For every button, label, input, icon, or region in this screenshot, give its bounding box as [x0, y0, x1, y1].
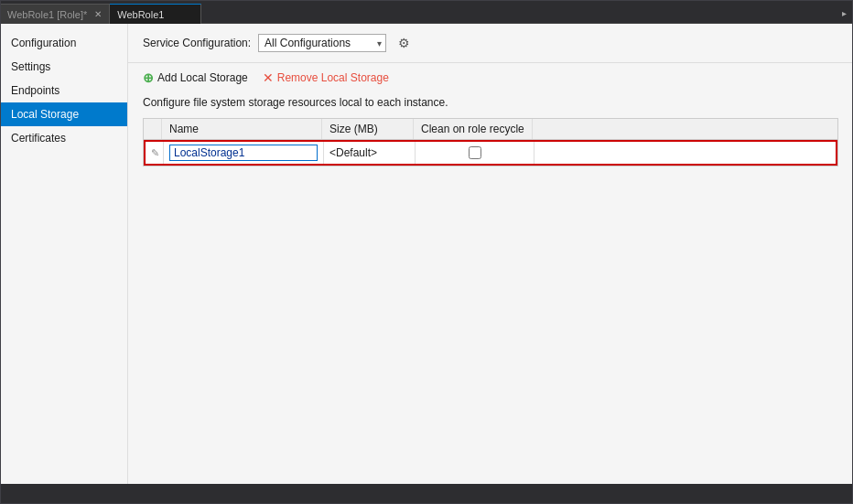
- sidebar-item-endpoints[interactable]: Endpoints: [0, 79, 127, 102]
- chevron-right-icon: ▸: [842, 8, 847, 18]
- header-name-col: Name: [162, 119, 322, 139]
- remove-local-storage-label: Remove Local Storage: [277, 71, 389, 84]
- cell-size[interactable]: <Default>: [324, 142, 416, 164]
- header-clean-col: Clean on role recycle: [414, 119, 533, 139]
- add-icon: ⊕: [143, 70, 154, 85]
- content-area: Service Configuration: All Configuration…: [128, 24, 853, 484]
- add-local-storage-button[interactable]: ⊕ Add Local Storage: [143, 69, 248, 87]
- tab-webrole1-label: WebRole1: [117, 9, 164, 20]
- sidebar-item-local-storage[interactable]: Local Storage: [0, 102, 127, 126]
- gear-icon: ⚙: [398, 36, 410, 50]
- tab-webrole1[interactable]: WebRole1: [110, 4, 201, 24]
- header-size-col: Size (MB): [322, 119, 414, 139]
- tab-close-icon[interactable]: ✕: [94, 9, 102, 19]
- tab-webrole1-role-label: WebRole1 [Role]*: [7, 9, 87, 20]
- cell-name[interactable]: [164, 142, 324, 164]
- service-config-label: Service Configuration:: [143, 37, 251, 49]
- cell-edit-icon: ✎: [146, 142, 164, 164]
- sidebar-item-configuration[interactable]: Configuration: [0, 31, 127, 55]
- clean-on-recycle-checkbox-wrapper[interactable]: [421, 146, 528, 159]
- sidebar: Configuration Settings Endpoints Local S…: [0, 24, 128, 484]
- add-local-storage-label: Add Local Storage: [157, 71, 248, 84]
- cell-extra: [534, 142, 836, 164]
- local-storage-name-input[interactable]: [169, 145, 318, 161]
- header-extra-col: [533, 119, 837, 139]
- main-container: Configuration Settings Endpoints Local S…: [0, 24, 853, 484]
- toolbar: ⊕ Add Local Storage ✕ Remove Local Stora…: [128, 63, 853, 92]
- tab-webrole1-role[interactable]: WebRole1 [Role]* ✕: [0, 4, 110, 24]
- remove-icon: ✕: [263, 70, 274, 85]
- remove-local-storage-button[interactable]: ✕ Remove Local Storage: [263, 69, 389, 87]
- settings-gear-button[interactable]: ⚙: [394, 33, 414, 53]
- table-header: Name Size (MB) Clean on role recycle: [144, 119, 837, 140]
- tab-bar: WebRole1 [Role]* ✕ WebRole1 ▸: [0, 0, 853, 24]
- sidebar-item-certificates[interactable]: Certificates: [0, 126, 127, 150]
- table-row: ✎ <Default>: [144, 140, 837, 166]
- description-text: Configure file system storage resources …: [128, 92, 853, 118]
- local-storage-table: Name Size (MB) Clean on role recycle ✎ <…: [143, 118, 838, 166]
- clean-on-recycle-checkbox[interactable]: [469, 146, 481, 159]
- service-config-select-wrapper[interactable]: All Configurations Cloud Local: [258, 34, 386, 52]
- cell-clean-on-recycle: [416, 142, 534, 164]
- sidebar-item-settings[interactable]: Settings: [0, 55, 127, 79]
- service-config-bar: Service Configuration: All Configuration…: [128, 24, 853, 63]
- edit-pencil-icon: ✎: [151, 147, 159, 159]
- tab-scroll-right[interactable]: ▸: [835, 4, 853, 24]
- service-config-select[interactable]: All Configurations Cloud Local: [258, 34, 386, 52]
- header-edit-col: [144, 119, 162, 139]
